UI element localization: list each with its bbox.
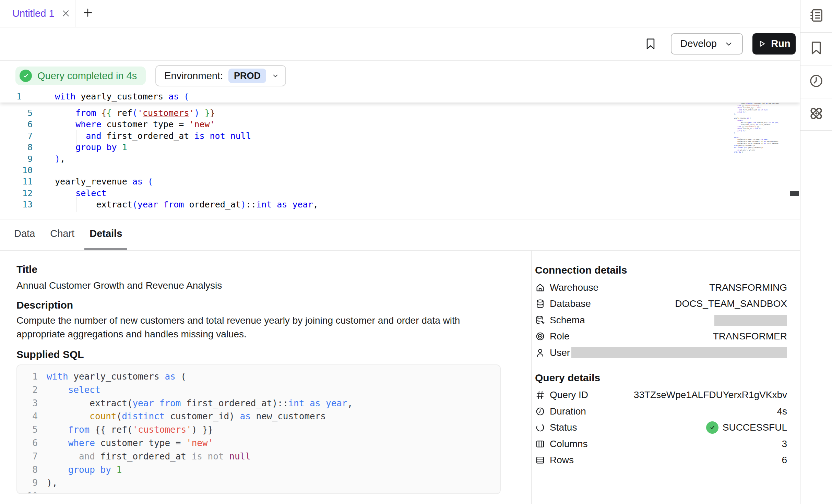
- detail-row: StatusSUCCESSFUL: [535, 420, 787, 436]
- code-line: 5 from {{ ref('customers') }}: [26, 423, 500, 436]
- detail-row: DatabaseDOCS_TEAM_SANDBOX: [535, 296, 787, 312]
- tab-bar: Untitled 1: [0, 0, 800, 27]
- line-number: 9: [26, 476, 38, 490]
- run-button[interactable]: Run: [752, 33, 796, 55]
- sidebar-ai-assistant-button[interactable]: [800, 98, 832, 131]
- sidebar-bookmark-button[interactable]: [800, 33, 832, 66]
- database-icon: [535, 299, 545, 309]
- line-number: 2: [26, 383, 38, 397]
- role-icon: [535, 331, 545, 341]
- bookmark-icon: [645, 37, 656, 50]
- editor-scroll-lines: 5 from {{ ref('customers') }}6 where cus…: [0, 107, 800, 211]
- detail-value: 4s: [777, 406, 787, 417]
- sidebar-journal-button[interactable]: [800, 0, 832, 33]
- detail-label: Query ID: [550, 389, 588, 400]
- detail-label: Duration: [550, 406, 586, 417]
- status-row: Query completed in 4s Environment: PROD: [0, 61, 800, 91]
- detail-label: Role: [550, 331, 570, 342]
- code-line[interactable]: 9),: [0, 153, 800, 165]
- code-line: 1with yearly_customers as (: [26, 370, 500, 383]
- description-heading: Description: [16, 299, 531, 311]
- line-number: 7: [0, 130, 33, 142]
- supplied-sql-code-block: 1with yearly_customers as (2 select3 ext…: [16, 364, 501, 494]
- line-number: 8: [26, 463, 38, 477]
- check-circle-icon: [20, 70, 32, 82]
- code-line: 9),: [26, 476, 500, 490]
- history-icon: [808, 73, 824, 90]
- run-label: Run: [771, 38, 790, 49]
- plus-icon: [82, 7, 93, 20]
- bookmark-icon: [808, 40, 824, 57]
- code-line: 2 select: [26, 383, 500, 397]
- code-line[interactable]: 7 and first_ordered_at is not null: [0, 130, 800, 142]
- code-line[interactable]: 12 select: [0, 188, 800, 199]
- develop-dropdown[interactable]: Develop: [671, 33, 743, 55]
- schema-icon: [535, 315, 545, 325]
- ai-assistant-icon: [808, 106, 824, 123]
- code-line: 10: [26, 490, 500, 494]
- detail-value: 3: [782, 439, 787, 449]
- detail-row: Rows6: [535, 452, 787, 469]
- title-heading: Title: [16, 264, 531, 275]
- title-value: Annual Customer Growth and Revenue Analy…: [16, 280, 531, 291]
- line-number: 9: [0, 153, 33, 165]
- tab-details[interactable]: Details: [84, 219, 127, 250]
- code-line[interactable]: 13 extract(year from ordered_at)::int as…: [0, 199, 800, 210]
- line-number: 6: [26, 436, 38, 450]
- loader-icon: [535, 422, 545, 433]
- detail-label: Database: [550, 298, 591, 309]
- detail-value: 6: [782, 455, 787, 466]
- user-icon: [535, 348, 545, 358]
- code-line[interactable]: 6 where customer_type = 'new': [0, 119, 800, 130]
- code-line[interactable]: 11yearly_revenue as (: [0, 176, 800, 187]
- line-number: 1: [26, 370, 38, 383]
- environment-badge: PROD: [228, 69, 266, 83]
- chevron-down-icon: [272, 72, 279, 80]
- close-icon[interactable]: [61, 9, 70, 18]
- new-tab-button[interactable]: [75, 0, 100, 27]
- redacted-value: [714, 315, 787, 326]
- hash-icon: [535, 390, 545, 400]
- detail-row: WarehouseTRANSFORMING: [535, 279, 787, 296]
- detail-value: TRANSFORMING: [709, 282, 787, 293]
- line-number: 11: [0, 176, 33, 187]
- detail-label: Status: [550, 422, 577, 433]
- environment-selector[interactable]: Environment: PROD: [155, 65, 286, 86]
- detail-label: User: [550, 347, 570, 358]
- tab-data[interactable]: Data: [9, 219, 40, 250]
- code-line: 8 group by 1: [26, 463, 500, 477]
- tab-untitled-1[interactable]: Untitled 1: [0, 0, 75, 27]
- sticky-code: with yearly_customers as (: [55, 91, 189, 103]
- status-success-badge: SUCCESSFUL: [706, 421, 787, 434]
- environment-label: Environment:: [164, 70, 223, 82]
- scrollbar-cursor-marker[interactable]: [790, 191, 799, 196]
- code-line: 3 extract(year from first_ordered_at)::i…: [26, 397, 500, 410]
- code-line[interactable]: 8 group by 1: [0, 142, 800, 153]
- tab-chart[interactable]: Chart: [45, 219, 80, 250]
- sql-editor[interactable]: 5 from {{ ref('customers') }}6 where cus…: [0, 91, 800, 219]
- detail-row: Duration4s: [535, 403, 787, 420]
- line-number: 1: [0, 91, 33, 103]
- detail-label: Rows: [550, 455, 574, 466]
- code-line: 7 and first_ordered_at is not null: [26, 450, 500, 463]
- develop-label: Develop: [680, 38, 717, 49]
- minimap[interactable]: with yearly_customers as ( select extrac…: [734, 96, 779, 153]
- code-line[interactable]: 5 from {{ ref('customers') }}: [0, 107, 800, 119]
- detail-value: SUCCESSFUL: [723, 422, 787, 433]
- code-line: 4 count(distinct customer_id) as new_cus…: [26, 410, 500, 423]
- detail-row: Query ID33TZseWpe1ALFDUYerxR1gVKxbv: [535, 387, 787, 404]
- connection-details-heading: Connection details: [535, 264, 787, 276]
- details-panel: Title Annual Customer Growth and Revenue…: [0, 251, 800, 504]
- detail-row: User: [535, 345, 787, 361]
- line-number: 7: [26, 450, 38, 463]
- connection-details-rows: WarehouseTRANSFORMINGDatabaseDOCS_TEAM_S…: [535, 279, 787, 361]
- details-left-column: Title Annual Customer Growth and Revenue…: [0, 251, 532, 504]
- app-root: Untitled 1 Develop Run: [0, 0, 832, 504]
- columns-icon: [535, 439, 545, 449]
- code-line[interactable]: 10: [0, 165, 800, 176]
- sidebar-history-button[interactable]: [800, 65, 832, 98]
- line-number: 10: [26, 490, 38, 494]
- line-number: 5: [26, 423, 38, 436]
- sticky-line[interactable]: 1 with yearly_customers as (: [0, 91, 800, 103]
- bookmark-button[interactable]: [645, 37, 656, 50]
